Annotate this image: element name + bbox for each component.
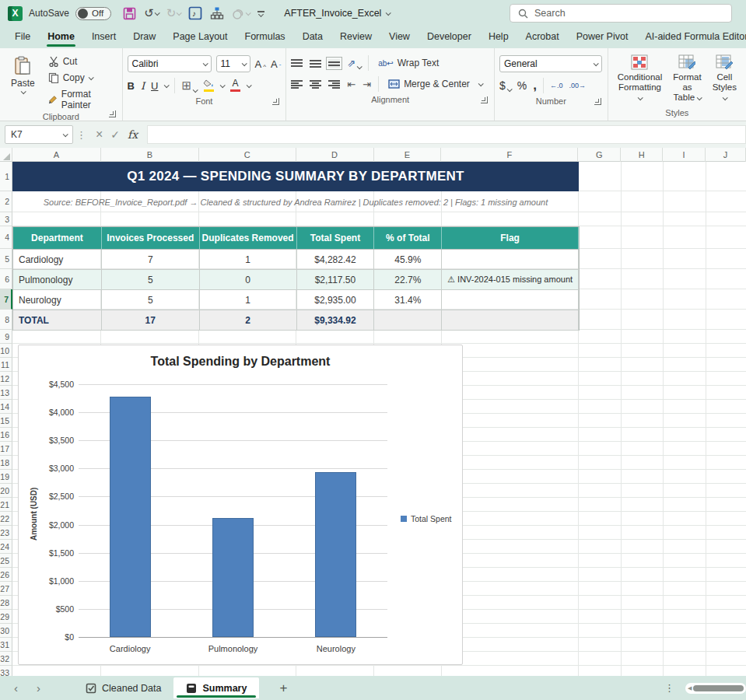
alignment-dialog-launcher[interactable] xyxy=(481,96,488,103)
increase-font-button[interactable]: A^ xyxy=(255,58,266,70)
row-header-6[interactable]: 6 xyxy=(0,269,12,289)
row-header-9[interactable]: 9 xyxy=(0,330,12,344)
table-cell[interactable] xyxy=(374,310,442,331)
menu-tab-file[interactable]: File xyxy=(6,27,39,47)
column-header-H[interactable]: H xyxy=(621,148,663,162)
column-header-I[interactable]: I xyxy=(663,148,706,162)
insert-function-icon[interactable]: fx xyxy=(128,128,138,141)
menu-tab-review[interactable]: Review xyxy=(331,27,380,47)
cell-grid[interactable]: Q1 2024 — SPENDING SUMMARY BY DEPARTMENT… xyxy=(12,162,746,676)
column-header-A[interactable]: A xyxy=(12,148,101,162)
align-right-button[interactable] xyxy=(328,80,340,89)
table-cell[interactable]: Neurology xyxy=(13,290,102,310)
orientation-button[interactable]: ⇗ xyxy=(347,58,361,69)
add-sheet-button[interactable]: + xyxy=(259,681,307,696)
align-middle-button[interactable] xyxy=(310,59,321,68)
row-header-19[interactable]: 19 xyxy=(0,470,12,484)
title-banner-cell[interactable]: Q1 2024 — SPENDING SUMMARY BY DEPARTMENT xyxy=(12,162,579,191)
row-header-31[interactable]: 31 xyxy=(0,638,12,652)
menu-tab-help[interactable]: Help xyxy=(480,27,517,47)
excel-logo-icon[interactable]: X xyxy=(8,6,23,21)
name-box[interactable]: K7 xyxy=(5,125,73,144)
sheet-nav-right-icon[interactable]: › xyxy=(27,681,50,695)
sheet-tab-summary[interactable]: Summary xyxy=(173,677,259,698)
row-header-33[interactable]: 33 xyxy=(0,666,12,676)
increase-indent-button[interactable]: ⇥ xyxy=(362,79,371,90)
fill-color-button[interactable] xyxy=(203,79,214,92)
column-header-D[interactable]: D xyxy=(296,148,374,162)
scrollbar-thumb[interactable] xyxy=(693,685,744,691)
menu-tab-insert[interactable]: Insert xyxy=(83,27,124,47)
decrease-decimal-button[interactable]: .00→ xyxy=(569,82,586,89)
align-center-button[interactable] xyxy=(310,80,321,89)
row-header-27[interactable]: 27 xyxy=(0,582,12,596)
row-header-32[interactable]: 32 xyxy=(0,652,12,666)
table-cell[interactable] xyxy=(442,310,579,331)
format-painter-button[interactable]: Format Painter xyxy=(46,87,117,112)
source-line-cell[interactable]: Source: BEFORE_Invoice_Report.pdf → Clea… xyxy=(12,191,579,212)
row-header-11[interactable]: 11 xyxy=(0,358,12,372)
table-header-department[interactable]: Department xyxy=(13,227,102,250)
italic-button[interactable]: I xyxy=(141,80,145,92)
table-cell[interactable]: $2,935.00 xyxy=(297,290,375,310)
row-header-28[interactable]: 28 xyxy=(0,596,12,610)
underline-button[interactable]: U xyxy=(151,80,158,92)
row-header-5[interactable]: 5 xyxy=(0,249,12,269)
font-color-button[interactable]: A xyxy=(230,79,240,92)
redo-button[interactable]: ↻ xyxy=(164,5,184,22)
row-header-25[interactable]: 25 xyxy=(0,554,12,568)
table-header-flag[interactable]: Flag xyxy=(442,227,579,250)
accounting-format-button[interactable]: $ xyxy=(499,79,511,92)
copy-button[interactable]: Copy xyxy=(46,71,117,85)
row-header-29[interactable]: 29 xyxy=(0,610,12,624)
table-cell[interactable]: 1 xyxy=(200,250,297,270)
column-header-E[interactable]: E xyxy=(374,148,442,162)
table-cell[interactable]: Pulmonology xyxy=(13,270,102,290)
embedded-chart[interactable]: Total Spending by Department $0$500$1,00… xyxy=(18,345,463,665)
row-header-16[interactable]: 16 xyxy=(0,428,12,442)
table-cell[interactable]: TOTAL xyxy=(13,310,102,331)
table-header-total-spent[interactable]: Total Spent xyxy=(297,227,375,250)
column-header-J[interactable]: J xyxy=(706,148,746,162)
column-header-G[interactable]: G xyxy=(578,148,621,162)
menu-tab-page-layout[interactable]: Page Layout xyxy=(164,27,236,47)
row-header-23[interactable]: 23 xyxy=(0,526,12,540)
menu-tab-view[interactable]: View xyxy=(380,27,419,47)
table-cell[interactable]: 7 xyxy=(102,250,200,270)
conditional-formatting-button[interactable]: ConditionalFormatting xyxy=(613,53,667,105)
wrap-text-button[interactable]: ab↩ Wrap Text xyxy=(376,56,441,70)
formula-input[interactable] xyxy=(147,125,746,144)
table-cell[interactable]: $4,282.42 xyxy=(297,250,375,270)
table-cell[interactable]: 5 xyxy=(102,290,200,310)
format-as-table-button[interactable]: Format asTable xyxy=(668,53,706,105)
save-icon[interactable] xyxy=(121,5,138,22)
document-title[interactable]: AFTER_Invoice_Excel xyxy=(284,8,390,19)
qat-customize-icon[interactable] xyxy=(255,9,267,18)
number-dialog-launcher[interactable] xyxy=(594,98,601,105)
row-header-26[interactable]: 26 xyxy=(0,568,12,582)
table-cell[interactable]: 31.4% xyxy=(374,290,442,310)
row-header-30[interactable]: 30 xyxy=(0,624,12,638)
table-cell[interactable] xyxy=(442,250,579,270)
table-cell[interactable]: 17 xyxy=(102,310,200,331)
number-format-select[interactable]: General xyxy=(499,55,602,72)
table-cell[interactable]: $9,334.92 xyxy=(297,310,375,331)
name-box-options-icon[interactable]: ⋮ xyxy=(76,129,86,141)
align-bottom-button[interactable] xyxy=(328,59,340,68)
bold-button[interactable]: B xyxy=(128,80,135,92)
row-header-15[interactable]: 15 xyxy=(0,414,12,428)
column-header-F[interactable]: F xyxy=(441,148,578,162)
menu-tab-home[interactable]: Home xyxy=(39,27,83,47)
table-cell[interactable] xyxy=(442,290,579,310)
menu-tab-draw[interactable]: Draw xyxy=(124,27,164,47)
table-cell[interactable]: Cardiology xyxy=(13,250,102,270)
increase-decimal-button[interactable]: ←.0 xyxy=(550,82,563,89)
merge-center-button[interactable]: Merge & Center xyxy=(386,77,485,91)
column-header-C[interactable]: C xyxy=(199,148,296,162)
paste-button[interactable]: Paste xyxy=(5,53,41,97)
row-header-1[interactable]: 1 xyxy=(0,162,12,191)
table-cell[interactable]: $2,117.50 xyxy=(297,270,375,290)
enter-icon[interactable]: ✓ xyxy=(110,128,120,141)
table-cell[interactable]: ⚠ INV-2024-015 missing amount xyxy=(442,270,579,290)
decrease-font-button[interactable]: Aˇ xyxy=(271,58,281,70)
